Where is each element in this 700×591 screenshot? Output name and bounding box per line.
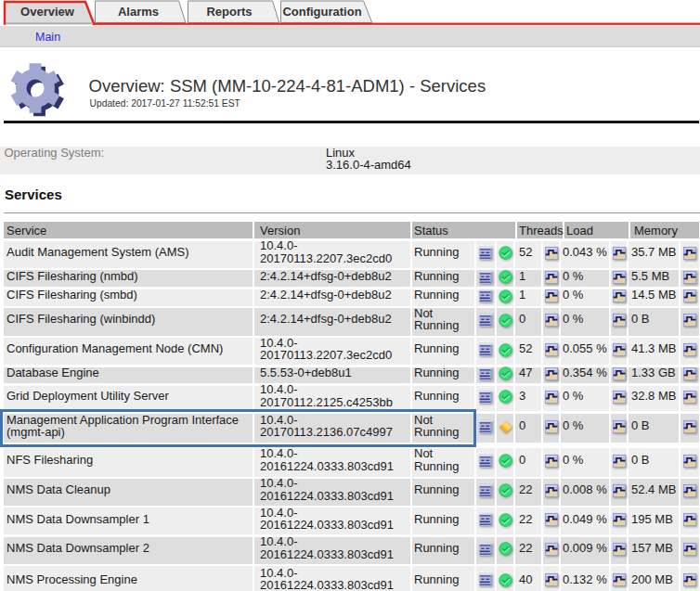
svg-text:Overview: Overview: [20, 5, 75, 19]
svg-text:Reports: Reports: [206, 5, 252, 19]
svg-text:Configuration: Configuration: [282, 5, 361, 19]
svg-text:Alarms: Alarms: [118, 5, 159, 19]
